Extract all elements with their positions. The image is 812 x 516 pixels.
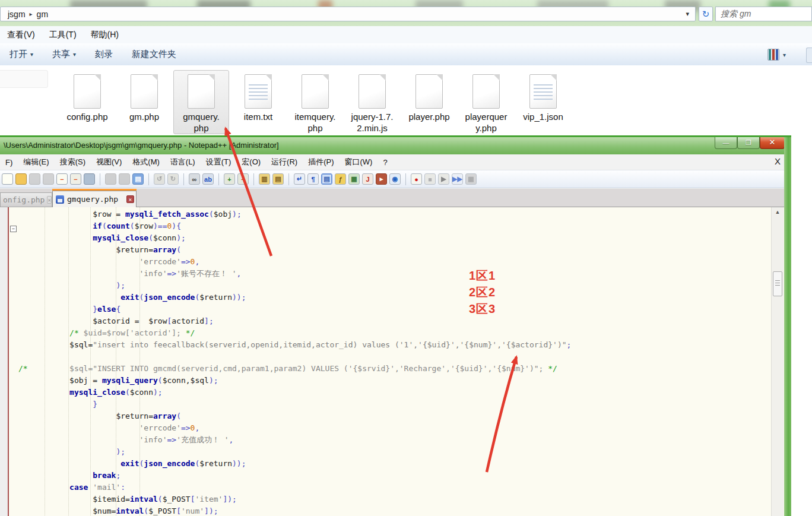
sync-scroll-horizontal-icon[interactable]: ▤ (272, 173, 284, 185)
js-plugin-icon[interactable]: J (362, 173, 373, 185)
breadcrumb-segment[interactable]: gm (34, 10, 50, 19)
npp-menu-item[interactable]: 搜索(S) (55, 157, 91, 167)
close-tab-icon[interactable]: ✕ (47, 196, 51, 204)
code-line: mysqli_close($conn); (18, 387, 571, 398)
code-line: 'info'=>'账号不存在！ ', (18, 268, 571, 280)
npp-menu-item[interactable]: ? (378, 158, 392, 167)
file-item[interactable]: item.txt (230, 70, 286, 123)
file-item[interactable]: playerquery.php (458, 70, 514, 134)
file-item[interactable]: jquery-1.7.2.min.js (344, 70, 400, 134)
toolbar-separator (218, 173, 219, 185)
code-line: break; (18, 470, 571, 482)
file-monitoring-eye-icon[interactable]: ◉ (389, 173, 401, 185)
sync-scroll-vertical-icon[interactable]: ▥ (259, 173, 270, 185)
cut-icon[interactable] (105, 173, 116, 185)
code-line: ); (18, 446, 571, 458)
zoom-out-icon[interactable]: − (237, 173, 249, 185)
restore-button[interactable]: ❐ (737, 137, 760, 149)
record-macro-icon[interactable]: ● (411, 173, 422, 185)
explorer-command-button[interactable]: 打开▾ (0, 49, 43, 60)
file-label: gmquery.php (174, 111, 229, 134)
scrollbar-thumb[interactable] (773, 271, 782, 296)
redo-icon[interactable]: ↻ (167, 173, 179, 185)
file-icon (472, 74, 500, 109)
playback-macro-icon[interactable]: ▶ (438, 173, 449, 185)
npp-menu-item[interactable]: 视图(V) (91, 157, 127, 167)
views-caret-icon: ▾ (783, 52, 786, 58)
npp-titlebar[interactable]: \Users\Administrator\Desktop\jsgm\gm\gmq… (0, 137, 784, 154)
file-item[interactable]: gmquery.php (173, 70, 229, 134)
word-wrap-icon[interactable]: ↵ (294, 173, 305, 185)
copy-icon[interactable] (119, 173, 130, 185)
save-macro-icon[interactable]: ▦ (465, 173, 477, 185)
navigation-pane-item[interactable] (0, 70, 48, 88)
explorer-menu-item[interactable]: 查看(V) (0, 30, 42, 40)
open-file-icon[interactable] (15, 173, 27, 185)
npp-menu-item[interactable]: 运行(R) (266, 157, 303, 167)
find-icon[interactable]: ∞ (189, 173, 200, 185)
file-label: item.txt (231, 111, 286, 122)
close-all-icon[interactable]: − (70, 173, 81, 185)
undo-icon[interactable]: ↺ (154, 173, 165, 185)
new-file-icon[interactable] (2, 173, 13, 185)
close-button[interactable]: ✕ (760, 137, 785, 149)
code-line: $itemid=intval($_POST['item']); (18, 493, 571, 505)
file-item[interactable]: config.php (59, 70, 115, 123)
file-item[interactable]: gm.php (116, 70, 172, 123)
code-line: exit(json_encode($return)); (18, 458, 571, 470)
run-macro-multiple-icon[interactable]: ▶▶ (452, 173, 463, 185)
indent-guide-icon[interactable]: ▤ (321, 173, 332, 185)
close-file-icon[interactable]: − (56, 173, 68, 185)
address-dropdown-caret-icon[interactable]: ▾ (686, 10, 695, 18)
print-icon[interactable] (84, 173, 95, 185)
file-item[interactable]: vip_1.json (515, 70, 571, 123)
margin-divider-line (8, 207, 9, 516)
show-all-characters-icon[interactable]: ¶ (307, 173, 319, 185)
paste-icon[interactable]: ▤ (132, 173, 144, 185)
editor-scrollbar[interactable]: ▲ (771, 207, 784, 516)
tab-gmquery-php[interactable]: gmquery.php ✕ (52, 191, 137, 207)
file-label: vip_1.json (516, 111, 570, 122)
minimize-button[interactable]: — (715, 137, 737, 149)
file-label: jquery-1.7.2.min.js (345, 111, 399, 134)
breadcrumb-segment[interactable]: jsgm (5, 10, 28, 19)
npp-menu-item[interactable]: 窗口(W) (339, 157, 378, 167)
npp-menu-item[interactable]: 插件(P) (303, 157, 339, 167)
zoom-in-icon[interactable]: + (224, 173, 235, 185)
npp-menu-item[interactable]: F) (0, 158, 18, 167)
npp-menu-item[interactable]: 宏(O) (236, 157, 266, 167)
code-line: 'errcode'=>0, (18, 422, 571, 434)
code-line (18, 351, 571, 363)
close-tab-icon[interactable]: ✕ (126, 195, 134, 203)
search-input[interactable]: 搜索 gm (715, 7, 812, 21)
fold-collapse-icon[interactable]: − (10, 226, 17, 232)
refresh-button[interactable]: ↻ (699, 7, 713, 21)
close-document-x[interactable]: X (772, 156, 784, 166)
stop-recording-icon[interactable]: ■ (424, 173, 436, 185)
document-map-icon[interactable]: ▦ (348, 173, 360, 185)
explorer-command-button[interactable]: 共享▾ (43, 49, 85, 60)
npp-menu-item[interactable]: 编辑(E) (18, 157, 54, 167)
folder-as-workspace-icon[interactable]: ▸ (376, 173, 387, 185)
desktop: { "colors":{"annotation_red":"#e23b2e","… (0, 0, 812, 516)
scroll-up-arrow-icon[interactable]: ▲ (772, 207, 784, 217)
function-list-icon[interactable]: ƒ (335, 173, 346, 185)
explorer-command-button[interactable]: 新建文件夹 (122, 49, 186, 60)
explorer-menu-item[interactable]: 工具(T) (42, 30, 84, 40)
save-file-icon[interactable] (29, 173, 40, 185)
replace-icon[interactable]: ab (202, 173, 214, 185)
help-button-cut[interactable] (806, 48, 812, 63)
save-all-icon[interactable] (43, 173, 54, 185)
npp-editor[interactable]: − $row = mysqli_fetch_assoc($obj); if(co… (0, 207, 784, 516)
explorer-command-button[interactable]: 刻录 (85, 49, 122, 60)
npp-menu-item[interactable]: 语言(L) (165, 157, 201, 167)
file-item[interactable]: player.php (401, 70, 457, 123)
npp-menu-item[interactable]: 格式(M) (127, 157, 165, 167)
npp-menu-item[interactable]: 设置(T) (201, 157, 237, 167)
file-item[interactable]: itemquery.php (287, 70, 343, 134)
change-view-button[interactable]: ▾ (767, 48, 794, 62)
address-bar[interactable]: jsgm ▸ gm ▾ (0, 7, 696, 21)
tab-config-php[interactable]: onfig.php ✕ (0, 192, 52, 207)
code-line: 'errcode'=>0, (18, 256, 571, 268)
explorer-menu-item[interactable]: 帮助(H) (84, 30, 126, 40)
